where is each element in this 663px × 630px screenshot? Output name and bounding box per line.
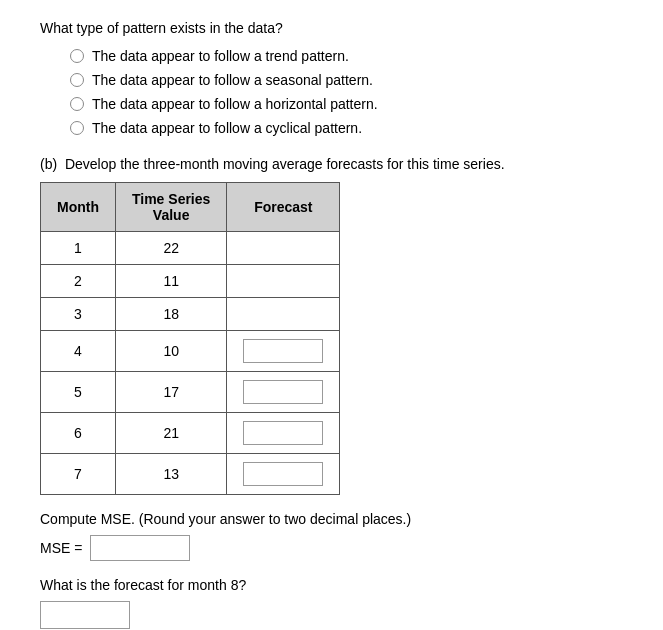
- radio-option-3[interactable]: The data appear to follow a horizontal p…: [70, 96, 623, 112]
- value-7: 13: [115, 454, 226, 495]
- question-a: What type of pattern exists in the data?…: [40, 20, 623, 136]
- table-header-row: Month Time Series Value Forecast: [41, 183, 340, 232]
- radio-circle-1[interactable]: [70, 49, 84, 63]
- part-b-letter: (b): [40, 156, 57, 172]
- question-a-text: What type of pattern exists in the data?: [40, 20, 623, 36]
- month-2: 2: [41, 265, 116, 298]
- mse-row: MSE =: [40, 535, 623, 561]
- forecast-input-7[interactable]: [227, 454, 340, 495]
- month-4: 4: [41, 331, 116, 372]
- compute-mse-text: Compute MSE. (Round your answer to two d…: [40, 511, 623, 527]
- radio-label-2: The data appear to follow a seasonal pat…: [92, 72, 373, 88]
- forecast-input-4[interactable]: [227, 331, 340, 372]
- radio-label-4: The data appear to follow a cyclical pat…: [92, 120, 362, 136]
- forecast-month8-input[interactable]: [40, 601, 130, 629]
- forecast-month8-section: What is the forecast for month 8?: [40, 577, 623, 629]
- col-header-forecast: Forecast: [227, 183, 340, 232]
- forecast-input-field-6[interactable]: [243, 421, 323, 445]
- value-1: 22: [115, 232, 226, 265]
- forecast-input-6[interactable]: [227, 413, 340, 454]
- col-header-value: Time Series Value: [115, 183, 226, 232]
- value-6: 21: [115, 413, 226, 454]
- radio-circle-3[interactable]: [70, 97, 84, 111]
- question-b: (b) Develop the three-month moving avera…: [40, 156, 623, 495]
- radio-option-4[interactable]: The data appear to follow a cyclical pat…: [70, 120, 623, 136]
- forecast-input-field-4[interactable]: [243, 339, 323, 363]
- radio-circle-4[interactable]: [70, 121, 84, 135]
- table-row: 4 10: [41, 331, 340, 372]
- month-5: 5: [41, 372, 116, 413]
- question-b-label: (b) Develop the three-month moving avera…: [40, 156, 623, 172]
- month-7: 7: [41, 454, 116, 495]
- value-5: 17: [115, 372, 226, 413]
- value-3: 18: [115, 298, 226, 331]
- radio-label-1: The data appear to follow a trend patter…: [92, 48, 349, 64]
- month-3: 3: [41, 298, 116, 331]
- radio-options: The data appear to follow a trend patter…: [70, 48, 623, 136]
- table-row: 6 21: [41, 413, 340, 454]
- radio-option-1[interactable]: The data appear to follow a trend patter…: [70, 48, 623, 64]
- forecast-month8-text: What is the forecast for month 8?: [40, 577, 623, 593]
- compute-mse-section: Compute MSE. (Round your answer to two d…: [40, 511, 623, 561]
- forecast-3: [227, 298, 340, 331]
- month-1: 1: [41, 232, 116, 265]
- radio-option-2[interactable]: The data appear to follow a seasonal pat…: [70, 72, 623, 88]
- table-row: 7 13: [41, 454, 340, 495]
- month-6: 6: [41, 413, 116, 454]
- mse-input[interactable]: [90, 535, 190, 561]
- part-b-text: Develop the three-month moving average f…: [65, 156, 505, 172]
- radio-circle-2[interactable]: [70, 73, 84, 87]
- col-header-month: Month: [41, 183, 116, 232]
- forecast-input-5[interactable]: [227, 372, 340, 413]
- table-row: 1 22: [41, 232, 340, 265]
- table-row: 3 18: [41, 298, 340, 331]
- radio-label-3: The data appear to follow a horizontal p…: [92, 96, 378, 112]
- table-row: 5 17: [41, 372, 340, 413]
- value-2: 11: [115, 265, 226, 298]
- forecast-table: Month Time Series Value Forecast 1 22 2 …: [40, 182, 340, 495]
- forecast-input-field-7[interactable]: [243, 462, 323, 486]
- forecast-1: [227, 232, 340, 265]
- value-4: 10: [115, 331, 226, 372]
- forecast-2: [227, 265, 340, 298]
- forecast-input-field-5[interactable]: [243, 380, 323, 404]
- mse-label: MSE =: [40, 540, 82, 556]
- table-row: 2 11: [41, 265, 340, 298]
